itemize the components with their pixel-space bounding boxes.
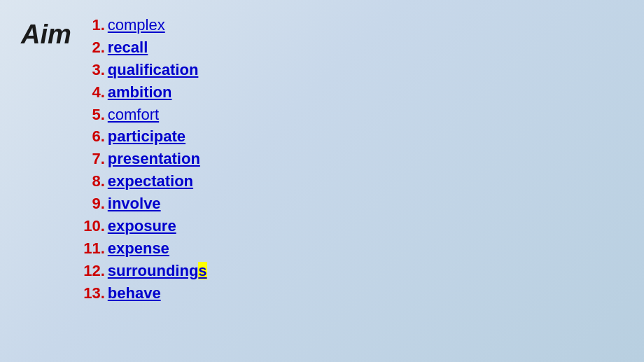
list-item: 11.expense bbox=[78, 237, 207, 260]
list-item: 3.qualification bbox=[78, 59, 207, 81]
item-word[interactable]: surroundings bbox=[108, 260, 207, 282]
item-number: 5. bbox=[78, 104, 105, 126]
list-item: 2.recall bbox=[78, 36, 207, 59]
item-word[interactable]: expectation bbox=[108, 170, 193, 193]
item-word[interactable]: comfort bbox=[108, 104, 159, 126]
list-item: 9.involve bbox=[78, 193, 207, 215]
item-number: 9. bbox=[78, 193, 105, 215]
item-number: 11. bbox=[78, 237, 105, 260]
item-word[interactable]: ambition bbox=[108, 81, 172, 104]
item-word[interactable]: recall bbox=[108, 36, 148, 59]
item-number: 13. bbox=[78, 282, 105, 305]
item-word[interactable]: presentation bbox=[108, 148, 200, 170]
item-word[interactable]: expense bbox=[108, 237, 169, 260]
item-number: 12. bbox=[78, 260, 105, 282]
list-item: 4.ambition bbox=[78, 81, 207, 104]
list-item: 6.participate bbox=[78, 125, 207, 148]
page-container: Aim 1.complex2.recall3.qualification4.am… bbox=[0, 0, 644, 362]
item-number: 2. bbox=[78, 36, 105, 59]
item-word[interactable]: qualification bbox=[108, 59, 199, 81]
item-word[interactable]: complex bbox=[108, 14, 165, 36]
item-number: 8. bbox=[78, 170, 105, 193]
list-item: 5.comfort bbox=[78, 104, 207, 126]
item-number: 1. bbox=[78, 14, 105, 36]
item-word[interactable]: exposure bbox=[108, 215, 176, 237]
item-number: 7. bbox=[78, 148, 105, 170]
item-word[interactable]: participate bbox=[108, 125, 186, 148]
item-word[interactable]: involve bbox=[108, 193, 161, 215]
list-item: 1.complex bbox=[78, 14, 207, 36]
aim-label: Aim bbox=[21, 20, 71, 50]
list-item: 8.expectation bbox=[78, 170, 207, 193]
highlight: s bbox=[198, 262, 206, 279]
list-item: 7.presentation bbox=[78, 148, 207, 170]
list-item: 10.exposure bbox=[78, 215, 207, 237]
list-item: 12.surroundings bbox=[78, 260, 207, 282]
word-list: 1.complex2.recall3.qualification4.ambiti… bbox=[78, 14, 207, 305]
item-word[interactable]: behave bbox=[108, 282, 161, 305]
item-number: 3. bbox=[78, 59, 105, 81]
list-item: 13.behave bbox=[78, 282, 207, 305]
item-number: 6. bbox=[78, 125, 105, 148]
item-number: 10. bbox=[78, 215, 105, 237]
item-number: 4. bbox=[78, 81, 105, 104]
